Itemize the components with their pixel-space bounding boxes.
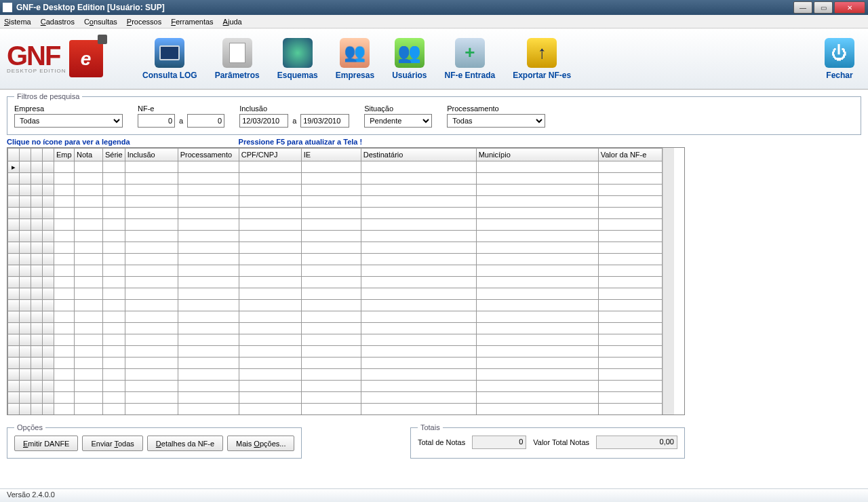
table-row[interactable] xyxy=(8,369,663,381)
table-row[interactable] xyxy=(8,254,663,265)
users-icon xyxy=(395,38,425,68)
inclusao-sep: a xyxy=(292,117,296,125)
column-header[interactable]: Emp xyxy=(54,149,75,161)
folder-up-icon xyxy=(527,38,557,68)
data-grid[interactable]: EmpNotaSérieInclusãoProcessamentoCPF/CNP… xyxy=(7,148,663,415)
table-row[interactable] xyxy=(8,334,663,346)
version-text: Versão 2.4.0.0 xyxy=(7,490,55,499)
menu-processos[interactable]: Processos xyxy=(127,18,161,26)
column-header[interactable]: Inclusão xyxy=(125,149,178,161)
logo-subtitle: DESKTOP EDITION xyxy=(7,68,66,74)
toolbar-empresas[interactable]: Empresas xyxy=(329,35,381,83)
mais-opcoes-button[interactable]: Mais Opções... xyxy=(227,436,294,451)
table-row[interactable] xyxy=(8,358,663,369)
inclusao-from-input[interactable] xyxy=(239,114,288,128)
table-row[interactable] xyxy=(8,404,663,415)
hint-row: Clique no ícone para ver a legenda Press… xyxy=(7,138,861,146)
table-row[interactable] xyxy=(8,231,663,242)
menu-consultas[interactable]: Consultas xyxy=(84,18,117,26)
filters-fieldset: Filtros de pesquisa Empresa Todas NF-e a… xyxy=(7,92,861,135)
inclusao-to-input[interactable] xyxy=(300,114,349,128)
opcoes-legend: Opções xyxy=(14,423,45,431)
toolbar-fechar[interactable]: Fechar xyxy=(818,35,861,83)
table-row[interactable] xyxy=(8,277,663,288)
vertical-scrollbar[interactable] xyxy=(663,148,674,414)
column-header[interactable] xyxy=(8,149,20,161)
toolbar-label: Exportar NF-es xyxy=(513,71,571,80)
column-header[interactable]: Nota xyxy=(75,149,103,161)
toolbar-label: Esquemas xyxy=(277,71,318,80)
statusbar: Versão 2.4.0.0 xyxy=(0,488,868,502)
toolbar-usuarios[interactable]: Usuários xyxy=(385,35,433,83)
toolbar: GNF DESKTOP EDITION Consulta LOG Parâmet… xyxy=(0,28,868,90)
nfe-to-input[interactable] xyxy=(187,114,224,128)
table-row[interactable] xyxy=(8,196,663,208)
clipboard-icon xyxy=(222,38,252,68)
table-row[interactable] xyxy=(8,311,663,323)
total-notas-label: Total de Notas xyxy=(418,438,465,446)
toolbar-exportar[interactable]: Exportar NF-es xyxy=(506,35,578,83)
menu-sistema[interactable]: Sistema xyxy=(4,18,31,26)
toolbar-parametros[interactable]: Parâmetros xyxy=(208,35,267,83)
table-row[interactable] xyxy=(8,219,663,231)
enviar-todas-button[interactable]: Enviar Todas xyxy=(82,436,142,451)
globe-icon xyxy=(283,38,313,68)
opcoes-fieldset: Opções Emitir DANFE Enviar Todas Detalhe… xyxy=(7,423,302,459)
menu-ajuda[interactable]: Ajuda xyxy=(223,18,242,26)
empresa-select[interactable]: Todas xyxy=(14,114,123,128)
toolbar-label: NF-e Entrada xyxy=(444,71,495,80)
column-header[interactable] xyxy=(31,149,43,161)
table-row[interactable]: ▸ xyxy=(8,161,663,173)
totais-fieldset: Totais Total de Notas 0 Valor Total Nota… xyxy=(410,423,685,459)
toolbar-label: Fechar xyxy=(826,71,852,80)
table-row[interactable] xyxy=(8,173,663,185)
toolbar-label: Consulta LOG xyxy=(142,71,197,80)
column-header[interactable] xyxy=(20,149,31,161)
grid-container: EmpNotaSérieInclusãoProcessamentoCPF/CNP… xyxy=(7,147,685,415)
table-row[interactable] xyxy=(8,346,663,358)
table-row[interactable] xyxy=(8,265,663,277)
toolbar-esquemas[interactable]: Esquemas xyxy=(271,35,325,83)
column-header[interactable]: IE xyxy=(301,149,361,161)
table-row[interactable] xyxy=(8,381,663,392)
column-header[interactable]: Série xyxy=(103,149,125,161)
situacao-label: Situação xyxy=(364,104,432,113)
processamento-select[interactable]: Todas xyxy=(447,114,545,128)
close-button[interactable]: ✕ xyxy=(834,1,865,14)
table-row[interactable] xyxy=(8,242,663,254)
document-plus-icon xyxy=(455,38,485,68)
menu-ferramentas[interactable]: Ferramentas xyxy=(171,18,213,26)
totais-legend: Totais xyxy=(418,423,443,431)
filters-legend: Filtros de pesquisa xyxy=(14,92,82,100)
situacao-select[interactable]: Pendente xyxy=(364,114,432,128)
column-header[interactable]: Destinatário xyxy=(361,149,476,161)
nfe-from-input[interactable] xyxy=(138,114,175,128)
table-row[interactable] xyxy=(8,300,663,311)
column-header[interactable]: Município xyxy=(476,149,598,161)
titlebar: GNF-e Desktop Edition [Usuário: SUP] — ▭… xyxy=(0,0,868,15)
table-row[interactable] xyxy=(8,185,663,196)
column-header[interactable]: Processamento xyxy=(178,149,239,161)
monitor-icon xyxy=(155,38,184,68)
maximize-button[interactable]: ▭ xyxy=(814,1,833,14)
column-header[interactable] xyxy=(43,149,54,161)
table-row[interactable] xyxy=(8,392,663,404)
minimize-button[interactable]: — xyxy=(793,1,812,14)
emitir-danfe-button[interactable]: Emitir DANFE xyxy=(14,436,78,451)
column-header[interactable]: CPF/CNPJ xyxy=(239,149,301,161)
hint-legend[interactable]: Clique no ícone para ver a legenda xyxy=(7,138,130,146)
window-title: GNF-e Desktop Edition [Usuário: SUP] xyxy=(16,3,793,12)
valor-total-label: Valor Total Notas xyxy=(533,438,589,446)
table-row[interactable] xyxy=(8,323,663,334)
detalhes-nfe-button[interactable]: Detalhes da NF-e xyxy=(147,436,223,451)
logo-text: GNF xyxy=(7,43,66,68)
nfe-sep: a xyxy=(179,117,183,125)
logo: GNF DESKTOP EDITION xyxy=(7,40,136,77)
toolbar-nfe-entrada[interactable]: NF-e Entrada xyxy=(437,35,502,83)
app-icon xyxy=(3,3,12,12)
column-header[interactable]: Valor da NF-e xyxy=(598,149,662,161)
toolbar-consulta-log[interactable]: Consulta LOG xyxy=(136,35,204,83)
menu-cadastros[interactable]: Cadastros xyxy=(41,18,75,26)
table-row[interactable] xyxy=(8,208,663,219)
table-row[interactable] xyxy=(8,288,663,300)
